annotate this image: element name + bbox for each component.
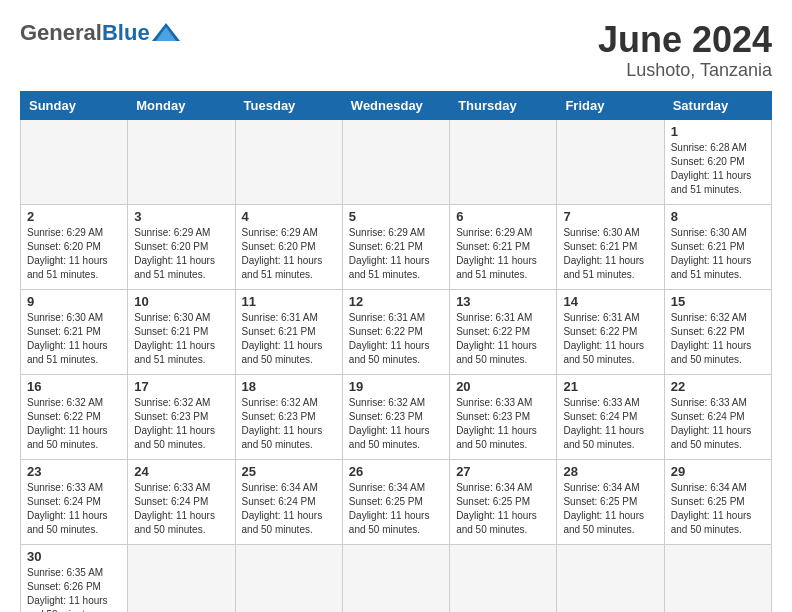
- day-6: 6 Sunrise: 6:29 AM Sunset: 6:21 PM Dayli…: [450, 204, 557, 289]
- header-monday: Monday: [128, 91, 235, 119]
- day-30: 30 Sunrise: 6:35 AM Sunset: 6:26 PM Dayl…: [21, 544, 128, 612]
- header-tuesday: Tuesday: [235, 91, 342, 119]
- page-header: General Blue June 2024 Lushoto, Tanzania: [20, 20, 772, 81]
- day-13: 13 Sunrise: 6:31 AM Sunset: 6:22 PM Dayl…: [450, 289, 557, 374]
- empty-cell: [235, 119, 342, 204]
- day-26: 26 Sunrise: 6:34 AM Sunset: 6:25 PM Dayl…: [342, 459, 449, 544]
- day-2: 2 Sunrise: 6:29 AM Sunset: 6:20 PM Dayli…: [21, 204, 128, 289]
- header-saturday: Saturday: [664, 91, 771, 119]
- calendar-table: Sunday Monday Tuesday Wednesday Thursday…: [20, 91, 772, 612]
- calendar-row-5: 23 Sunrise: 6:33 AM Sunset: 6:24 PM Dayl…: [21, 459, 772, 544]
- logo-blue-text: Blue: [102, 20, 150, 46]
- calendar-row-3: 9 Sunrise: 6:30 AM Sunset: 6:21 PM Dayli…: [21, 289, 772, 374]
- header-wednesday: Wednesday: [342, 91, 449, 119]
- day-10: 10 Sunrise: 6:30 AM Sunset: 6:21 PM Dayl…: [128, 289, 235, 374]
- day-18: 18 Sunrise: 6:32 AM Sunset: 6:23 PM Dayl…: [235, 374, 342, 459]
- day-8: 8 Sunrise: 6:30 AM Sunset: 6:21 PM Dayli…: [664, 204, 771, 289]
- day-27: 27 Sunrise: 6:34 AM Sunset: 6:25 PM Dayl…: [450, 459, 557, 544]
- empty-cell: [128, 544, 235, 612]
- logo-general-text: General: [20, 20, 102, 46]
- day-15: 15 Sunrise: 6:32 AM Sunset: 6:22 PM Dayl…: [664, 289, 771, 374]
- calendar-row-1: 1 Sunrise: 6:28 AM Sunset: 6:20 PM Dayli…: [21, 119, 772, 204]
- empty-cell: [21, 119, 128, 204]
- empty-cell: [342, 119, 449, 204]
- day-20: 20 Sunrise: 6:33 AM Sunset: 6:23 PM Dayl…: [450, 374, 557, 459]
- day-11: 11 Sunrise: 6:31 AM Sunset: 6:21 PM Dayl…: [235, 289, 342, 374]
- day-3: 3 Sunrise: 6:29 AM Sunset: 6:20 PM Dayli…: [128, 204, 235, 289]
- day-7: 7 Sunrise: 6:30 AM Sunset: 6:21 PM Dayli…: [557, 204, 664, 289]
- title-area: June 2024 Lushoto, Tanzania: [598, 20, 772, 81]
- logo-icon: [152, 23, 182, 43]
- logo: General Blue: [20, 20, 182, 46]
- location-title: Lushoto, Tanzania: [598, 60, 772, 81]
- day-25: 25 Sunrise: 6:34 AM Sunset: 6:24 PM Dayl…: [235, 459, 342, 544]
- calendar-header-row: Sunday Monday Tuesday Wednesday Thursday…: [21, 91, 772, 119]
- calendar-row-6: 30 Sunrise: 6:35 AM Sunset: 6:26 PM Dayl…: [21, 544, 772, 612]
- calendar-row-4: 16 Sunrise: 6:32 AM Sunset: 6:22 PM Dayl…: [21, 374, 772, 459]
- header-friday: Friday: [557, 91, 664, 119]
- empty-cell: [450, 119, 557, 204]
- empty-cell: [557, 119, 664, 204]
- day-17: 17 Sunrise: 6:32 AM Sunset: 6:23 PM Dayl…: [128, 374, 235, 459]
- day-23: 23 Sunrise: 6:33 AM Sunset: 6:24 PM Dayl…: [21, 459, 128, 544]
- day-12: 12 Sunrise: 6:31 AM Sunset: 6:22 PM Dayl…: [342, 289, 449, 374]
- empty-cell: [235, 544, 342, 612]
- empty-cell: [128, 119, 235, 204]
- header-sunday: Sunday: [21, 91, 128, 119]
- empty-cell: [450, 544, 557, 612]
- month-title: June 2024: [598, 20, 772, 60]
- day-19: 19 Sunrise: 6:32 AM Sunset: 6:23 PM Dayl…: [342, 374, 449, 459]
- header-thursday: Thursday: [450, 91, 557, 119]
- day-5: 5 Sunrise: 6:29 AM Sunset: 6:21 PM Dayli…: [342, 204, 449, 289]
- day-4: 4 Sunrise: 6:29 AM Sunset: 6:20 PM Dayli…: [235, 204, 342, 289]
- empty-cell: [557, 544, 664, 612]
- day-28: 28 Sunrise: 6:34 AM Sunset: 6:25 PM Dayl…: [557, 459, 664, 544]
- empty-cell: [664, 544, 771, 612]
- empty-cell: [342, 544, 449, 612]
- day-22: 22 Sunrise: 6:33 AM Sunset: 6:24 PM Dayl…: [664, 374, 771, 459]
- day-24: 24 Sunrise: 6:33 AM Sunset: 6:24 PM Dayl…: [128, 459, 235, 544]
- calendar-row-2: 2 Sunrise: 6:29 AM Sunset: 6:20 PM Dayli…: [21, 204, 772, 289]
- day-1: 1 Sunrise: 6:28 AM Sunset: 6:20 PM Dayli…: [664, 119, 771, 204]
- day-21: 21 Sunrise: 6:33 AM Sunset: 6:24 PM Dayl…: [557, 374, 664, 459]
- day-9: 9 Sunrise: 6:30 AM Sunset: 6:21 PM Dayli…: [21, 289, 128, 374]
- day-14: 14 Sunrise: 6:31 AM Sunset: 6:22 PM Dayl…: [557, 289, 664, 374]
- day-29: 29 Sunrise: 6:34 AM Sunset: 6:25 PM Dayl…: [664, 459, 771, 544]
- day-16: 16 Sunrise: 6:32 AM Sunset: 6:22 PM Dayl…: [21, 374, 128, 459]
